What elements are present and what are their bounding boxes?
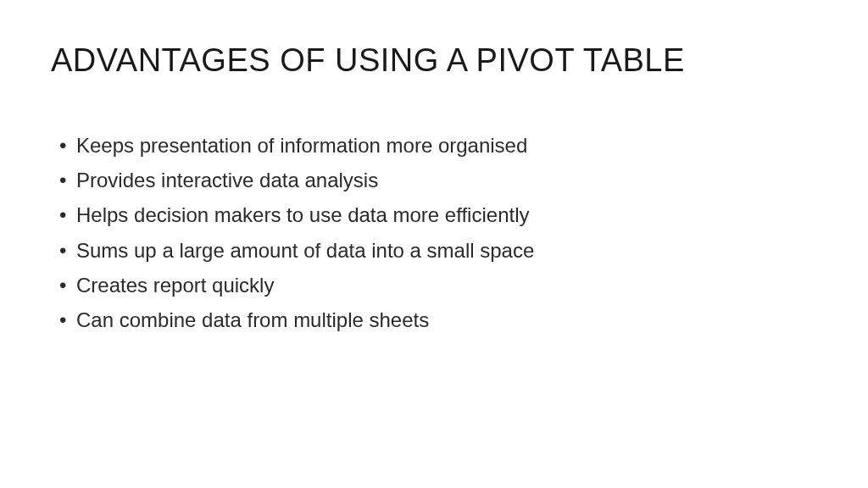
list-item: Can combine data from multiple sheets: [59, 304, 817, 336]
bullet-list: Keeps presentation of information more o…: [51, 130, 817, 336]
list-item: Creates report quickly: [59, 269, 817, 301]
list-item: Keeps presentation of information more o…: [59, 130, 817, 161]
list-item: Provides interactive data analysis: [59, 164, 817, 196]
slide-title: ADVANTAGES OF USING A PIVOT TABLE: [51, 42, 817, 79]
list-item: Sums up a large amount of data into a sm…: [59, 235, 817, 266]
list-item: Helps decision makers to use data more e…: [59, 199, 817, 230]
